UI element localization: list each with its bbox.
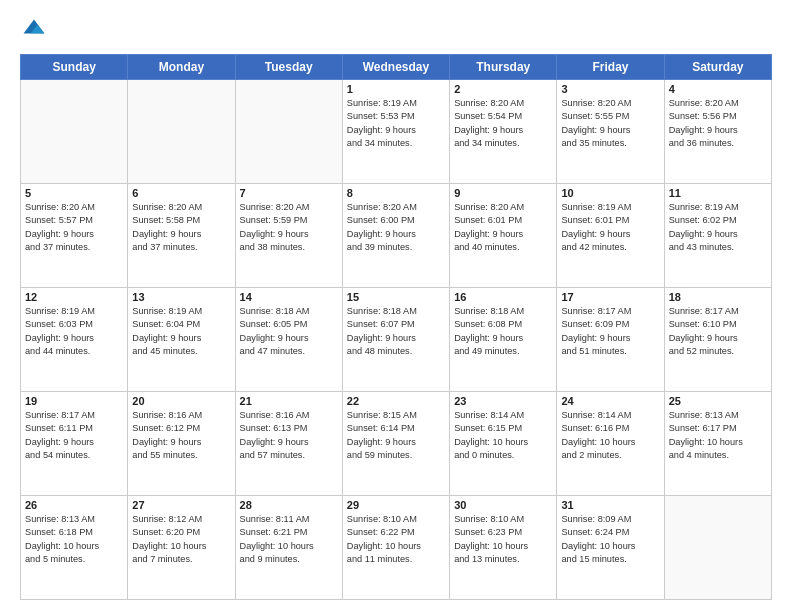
calendar-header-wednesday: Wednesday <box>342 55 449 80</box>
day-info: Sunrise: 8:20 AM Sunset: 6:01 PM Dayligh… <box>454 201 552 254</box>
day-number: 6 <box>132 187 230 199</box>
calendar-cell-27: 27Sunrise: 8:12 AM Sunset: 6:20 PM Dayli… <box>128 496 235 600</box>
day-info: Sunrise: 8:14 AM Sunset: 6:15 PM Dayligh… <box>454 409 552 462</box>
day-info: Sunrise: 8:18 AM Sunset: 6:07 PM Dayligh… <box>347 305 445 358</box>
calendar-cell-17: 17Sunrise: 8:17 AM Sunset: 6:09 PM Dayli… <box>557 288 664 392</box>
day-number: 16 <box>454 291 552 303</box>
calendar-cell-21: 21Sunrise: 8:16 AM Sunset: 6:13 PM Dayli… <box>235 392 342 496</box>
day-number: 30 <box>454 499 552 511</box>
day-info: Sunrise: 8:20 AM Sunset: 5:54 PM Dayligh… <box>454 97 552 150</box>
calendar-cell-empty <box>235 80 342 184</box>
calendar-cell-8: 8Sunrise: 8:20 AM Sunset: 6:00 PM Daylig… <box>342 184 449 288</box>
calendar-cell-10: 10Sunrise: 8:19 AM Sunset: 6:01 PM Dayli… <box>557 184 664 288</box>
calendar-header-monday: Monday <box>128 55 235 80</box>
day-number: 8 <box>347 187 445 199</box>
calendar-cell-empty <box>128 80 235 184</box>
day-info: Sunrise: 8:16 AM Sunset: 6:13 PM Dayligh… <box>240 409 338 462</box>
week-row-0: 1Sunrise: 8:19 AM Sunset: 5:53 PM Daylig… <box>21 80 772 184</box>
calendar-cell-1: 1Sunrise: 8:19 AM Sunset: 5:53 PM Daylig… <box>342 80 449 184</box>
calendar-cell-4: 4Sunrise: 8:20 AM Sunset: 5:56 PM Daylig… <box>664 80 771 184</box>
day-number: 11 <box>669 187 767 199</box>
day-number: 7 <box>240 187 338 199</box>
day-info: Sunrise: 8:14 AM Sunset: 6:16 PM Dayligh… <box>561 409 659 462</box>
calendar-cell-11: 11Sunrise: 8:19 AM Sunset: 6:02 PM Dayli… <box>664 184 771 288</box>
calendar-cell-16: 16Sunrise: 8:18 AM Sunset: 6:08 PM Dayli… <box>450 288 557 392</box>
calendar-cell-12: 12Sunrise: 8:19 AM Sunset: 6:03 PM Dayli… <box>21 288 128 392</box>
day-info: Sunrise: 8:11 AM Sunset: 6:21 PM Dayligh… <box>240 513 338 566</box>
calendar-cell-15: 15Sunrise: 8:18 AM Sunset: 6:07 PM Dayli… <box>342 288 449 392</box>
day-number: 28 <box>240 499 338 511</box>
calendar-cell-19: 19Sunrise: 8:17 AM Sunset: 6:11 PM Dayli… <box>21 392 128 496</box>
calendar-header-tuesday: Tuesday <box>235 55 342 80</box>
day-number: 31 <box>561 499 659 511</box>
day-info: Sunrise: 8:20 AM Sunset: 5:59 PM Dayligh… <box>240 201 338 254</box>
calendar-cell-20: 20Sunrise: 8:16 AM Sunset: 6:12 PM Dayli… <box>128 392 235 496</box>
day-info: Sunrise: 8:20 AM Sunset: 5:56 PM Dayligh… <box>669 97 767 150</box>
calendar-cell-3: 3Sunrise: 8:20 AM Sunset: 5:55 PM Daylig… <box>557 80 664 184</box>
day-number: 17 <box>561 291 659 303</box>
day-number: 1 <box>347 83 445 95</box>
day-number: 21 <box>240 395 338 407</box>
day-info: Sunrise: 8:17 AM Sunset: 6:10 PM Dayligh… <box>669 305 767 358</box>
day-number: 3 <box>561 83 659 95</box>
day-number: 24 <box>561 395 659 407</box>
day-info: Sunrise: 8:19 AM Sunset: 5:53 PM Dayligh… <box>347 97 445 150</box>
day-number: 19 <box>25 395 123 407</box>
calendar-cell-24: 24Sunrise: 8:14 AM Sunset: 6:16 PM Dayli… <box>557 392 664 496</box>
calendar-cell-2: 2Sunrise: 8:20 AM Sunset: 5:54 PM Daylig… <box>450 80 557 184</box>
calendar-cell-28: 28Sunrise: 8:11 AM Sunset: 6:21 PM Dayli… <box>235 496 342 600</box>
calendar-cell-9: 9Sunrise: 8:20 AM Sunset: 6:01 PM Daylig… <box>450 184 557 288</box>
calendar-cell-26: 26Sunrise: 8:13 AM Sunset: 6:18 PM Dayli… <box>21 496 128 600</box>
week-row-3: 19Sunrise: 8:17 AM Sunset: 6:11 PM Dayli… <box>21 392 772 496</box>
day-number: 12 <box>25 291 123 303</box>
calendar-table: SundayMondayTuesdayWednesdayThursdayFrid… <box>20 54 772 600</box>
day-number: 18 <box>669 291 767 303</box>
day-info: Sunrise: 8:16 AM Sunset: 6:12 PM Dayligh… <box>132 409 230 462</box>
day-info: Sunrise: 8:20 AM Sunset: 5:55 PM Dayligh… <box>561 97 659 150</box>
day-info: Sunrise: 8:20 AM Sunset: 6:00 PM Dayligh… <box>347 201 445 254</box>
day-info: Sunrise: 8:20 AM Sunset: 5:57 PM Dayligh… <box>25 201 123 254</box>
day-number: 15 <box>347 291 445 303</box>
day-number: 4 <box>669 83 767 95</box>
week-row-1: 5Sunrise: 8:20 AM Sunset: 5:57 PM Daylig… <box>21 184 772 288</box>
day-number: 13 <box>132 291 230 303</box>
day-number: 29 <box>347 499 445 511</box>
day-info: Sunrise: 8:19 AM Sunset: 6:02 PM Dayligh… <box>669 201 767 254</box>
calendar-cell-13: 13Sunrise: 8:19 AM Sunset: 6:04 PM Dayli… <box>128 288 235 392</box>
calendar-header-thursday: Thursday <box>450 55 557 80</box>
day-info: Sunrise: 8:10 AM Sunset: 6:22 PM Dayligh… <box>347 513 445 566</box>
calendar-cell-5: 5Sunrise: 8:20 AM Sunset: 5:57 PM Daylig… <box>21 184 128 288</box>
logo <box>20 16 52 44</box>
day-info: Sunrise: 8:18 AM Sunset: 6:05 PM Dayligh… <box>240 305 338 358</box>
day-info: Sunrise: 8:19 AM Sunset: 6:03 PM Dayligh… <box>25 305 123 358</box>
day-info: Sunrise: 8:20 AM Sunset: 5:58 PM Dayligh… <box>132 201 230 254</box>
calendar-cell-31: 31Sunrise: 8:09 AM Sunset: 6:24 PM Dayli… <box>557 496 664 600</box>
calendar-header-saturday: Saturday <box>664 55 771 80</box>
header <box>20 16 772 44</box>
day-info: Sunrise: 8:15 AM Sunset: 6:14 PM Dayligh… <box>347 409 445 462</box>
calendar-cell-empty <box>664 496 771 600</box>
day-info: Sunrise: 8:19 AM Sunset: 6:04 PM Dayligh… <box>132 305 230 358</box>
calendar-cell-7: 7Sunrise: 8:20 AM Sunset: 5:59 PM Daylig… <box>235 184 342 288</box>
day-number: 14 <box>240 291 338 303</box>
day-number: 22 <box>347 395 445 407</box>
day-info: Sunrise: 8:13 AM Sunset: 6:18 PM Dayligh… <box>25 513 123 566</box>
calendar-header-friday: Friday <box>557 55 664 80</box>
day-info: Sunrise: 8:09 AM Sunset: 6:24 PM Dayligh… <box>561 513 659 566</box>
page: SundayMondayTuesdayWednesdayThursdayFrid… <box>0 0 792 612</box>
day-number: 27 <box>132 499 230 511</box>
day-number: 2 <box>454 83 552 95</box>
day-number: 23 <box>454 395 552 407</box>
calendar-cell-empty <box>21 80 128 184</box>
calendar-cell-23: 23Sunrise: 8:14 AM Sunset: 6:15 PM Dayli… <box>450 392 557 496</box>
calendar-cell-14: 14Sunrise: 8:18 AM Sunset: 6:05 PM Dayli… <box>235 288 342 392</box>
day-info: Sunrise: 8:10 AM Sunset: 6:23 PM Dayligh… <box>454 513 552 566</box>
day-number: 5 <box>25 187 123 199</box>
calendar-cell-22: 22Sunrise: 8:15 AM Sunset: 6:14 PM Dayli… <box>342 392 449 496</box>
day-number: 9 <box>454 187 552 199</box>
day-info: Sunrise: 8:18 AM Sunset: 6:08 PM Dayligh… <box>454 305 552 358</box>
calendar-cell-30: 30Sunrise: 8:10 AM Sunset: 6:23 PM Dayli… <box>450 496 557 600</box>
calendar-header-row: SundayMondayTuesdayWednesdayThursdayFrid… <box>21 55 772 80</box>
calendar-cell-25: 25Sunrise: 8:13 AM Sunset: 6:17 PM Dayli… <box>664 392 771 496</box>
day-number: 10 <box>561 187 659 199</box>
